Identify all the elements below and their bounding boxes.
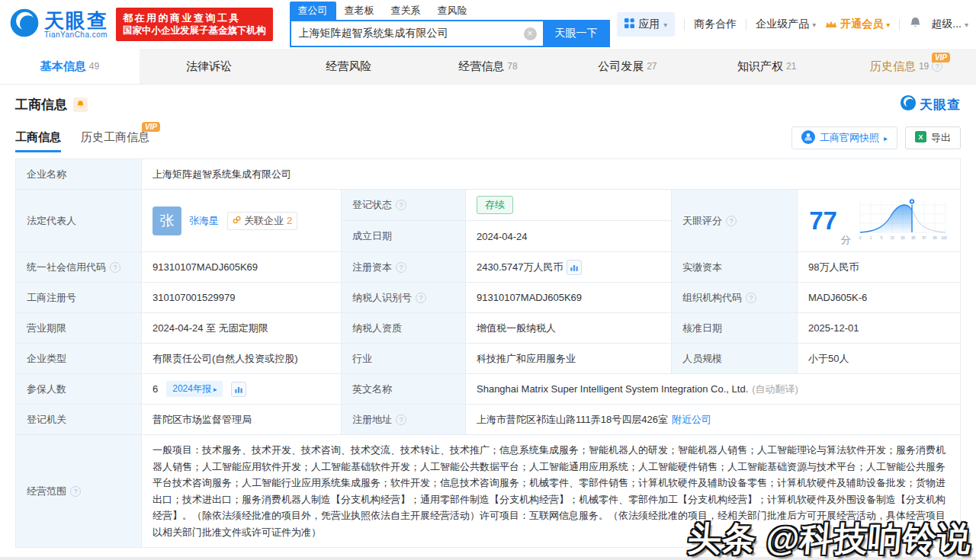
tab-operating-risk[interactable]: 经营风险 xyxy=(279,49,419,84)
top-header: 天眼查 TianYanCha.com 都在用的商业查询工具 国家中小企业发展子基… xyxy=(0,0,976,49)
menu-enterprise[interactable]: 企业级产品 ▾ xyxy=(756,18,816,31)
search-tab-risk[interactable]: 查风险 xyxy=(429,2,476,20)
chevron-down-icon: ▾ xyxy=(886,21,890,29)
search-tab-company[interactable]: 查公司 xyxy=(290,2,336,20)
monitor-bell-icon[interactable] xyxy=(73,98,88,112)
avatar[interactable]: 张 xyxy=(152,206,181,235)
legal-rep-label: 法定代表人 xyxy=(16,190,142,252)
help-icon[interactable]: ? xyxy=(746,293,756,303)
divider xyxy=(899,19,900,30)
insured-label: 参保人数 xyxy=(16,374,142,405)
business-info-table: 企业名称 上海矩阵超智系统集成有限公司 法定代表人 张 张海星 关联企业 2 登 xyxy=(15,158,961,548)
address-label: 注册地址 ? xyxy=(342,405,466,435)
reg-capital-value: 2430.5747万人民币 xyxy=(466,252,672,283)
menu-open-vip[interactable]: 开通会员 ▾ xyxy=(825,18,890,31)
official-snapshot-button[interactable]: 工商官网快照 ▸ xyxy=(791,126,897,149)
score-distribution-chart: 0 1 5 15 50 85 97 99 100 xyxy=(857,196,949,245)
tab-intellectual-property[interactable]: 知识产权 21 xyxy=(697,49,836,84)
tab-legal-lawsuits[interactable]: 法律诉讼 xyxy=(140,49,279,84)
chevron-down-icon: ▾ xyxy=(663,21,667,29)
export-button[interactable]: X 导出 xyxy=(905,126,961,149)
help-icon[interactable]: ? xyxy=(416,293,426,303)
business-term-label: 营业期限 xyxy=(16,313,142,344)
svg-text:97: 97 xyxy=(922,236,926,240)
company-type-label: 企业类型 xyxy=(16,344,142,374)
business-term-value: 2024-04-24 至 无固定期限 xyxy=(142,313,342,344)
section-head: 工商信息 天眼查 xyxy=(15,94,961,114)
main-nav: 基本信息 49 法律诉讼 经营风险 经营信息 78 公司发展 27 知识产权 2… xyxy=(0,49,976,85)
address-value: 上海市普陀区祁连山路111弄18号四层426室 附近公司 xyxy=(466,405,961,435)
insured-count: 6 xyxy=(152,383,158,395)
notification-bell-icon[interactable] xyxy=(909,17,922,32)
clear-icon[interactable]: × xyxy=(524,27,537,40)
brand-name: 天眼查 xyxy=(920,96,961,114)
search-button[interactable]: 天眼一下 xyxy=(543,20,610,47)
tab-label: 知识产权 xyxy=(737,59,783,74)
promo-line1: 都在用的商业查询工具 xyxy=(123,11,266,24)
svg-text:0: 0 xyxy=(859,236,862,240)
search-tab-boss[interactable]: 查老板 xyxy=(336,2,383,20)
nearby-companies-link[interactable]: 附近公司 xyxy=(672,413,711,427)
help-icon[interactable]: ? xyxy=(396,414,406,425)
credit-code-value: 91310107MADJ605K69 xyxy=(142,252,342,283)
menu-account[interactable]: 超级... ▾ xyxy=(931,18,968,31)
chevron-down-icon: ▾ xyxy=(812,21,816,29)
svg-text:99: 99 xyxy=(933,236,937,240)
divider xyxy=(746,19,746,30)
org-code-label: 组织机构代码 ? xyxy=(672,283,798,313)
tab-history-info[interactable]: VIP 历史信息 19 ? xyxy=(836,49,976,84)
search-tabs: 查公司 查老板 查关系 查风险 xyxy=(290,2,610,20)
page-title: 工商信息 xyxy=(15,96,67,114)
score-value: 77 分 xyxy=(798,190,961,252)
tab-company-development[interactable]: 公司发展 27 xyxy=(557,49,697,84)
industry-label: 行业 xyxy=(342,344,466,374)
svg-text:1: 1 xyxy=(870,236,872,240)
help-icon[interactable]: ? xyxy=(396,262,406,273)
help-icon[interactable]: ? xyxy=(110,262,120,273)
promo-banner: 都在用的商业查询工具 国家中小企业发展子基金旗下机构 xyxy=(116,8,273,41)
search-input[interactable] xyxy=(290,20,543,47)
insured-trend-chart-icon[interactable] xyxy=(231,382,246,397)
help-icon[interactable]: ? xyxy=(396,200,406,210)
subtab-business-info[interactable]: 工商信息 xyxy=(15,130,61,152)
search-tab-relation[interactable]: 查关系 xyxy=(383,2,429,20)
tab-count: 49 xyxy=(89,61,99,72)
est-date-label: 成立日期 xyxy=(342,221,466,252)
snapshot-label: 工商官网快照 xyxy=(820,131,879,145)
related-link-icon xyxy=(233,215,241,226)
vip-badge: VIP xyxy=(932,53,950,62)
reg-number-label: 工商注册号 xyxy=(16,283,142,313)
related-companies-badge[interactable]: 关联企业 2 xyxy=(227,212,297,230)
capital-trend-chart-icon[interactable] xyxy=(567,260,582,275)
tab-operating-info[interactable]: 经营信息 78 xyxy=(419,49,558,84)
tab-label: 经营风险 xyxy=(326,59,371,74)
annual-report-badge[interactable]: 2024年报 ▸ xyxy=(166,381,223,397)
help-icon[interactable]: ? xyxy=(932,61,942,72)
company-type-value: 有限责任公司(自然人投资或控股) xyxy=(142,344,342,374)
tianyancha-logo[interactable]: 天眼查 TianYanCha.com xyxy=(9,8,108,41)
tab-label: 基本信息 xyxy=(40,59,86,74)
taxpayer-quality-label: 纳税人资质 xyxy=(342,313,466,344)
chevron-down-icon: ▾ xyxy=(965,21,968,29)
menu-cooperation[interactable]: 商务合作 xyxy=(694,18,737,31)
tab-basic-info[interactable]: 基本信息 49 xyxy=(0,49,140,84)
subtab-history-business-info[interactable]: VIP 历史工商信息 xyxy=(81,130,149,152)
excel-icon: X xyxy=(915,131,926,145)
english-name-value: Shanghai Matrix Super Intelligent System… xyxy=(466,374,961,405)
business-scope-label: 经营范围 ? xyxy=(16,435,142,548)
staff-size-value: 小于50人 xyxy=(798,344,961,374)
paid-capital-label: 实缴资本 xyxy=(672,252,798,283)
legal-rep-value: 张 张海星 关联企业 2 xyxy=(142,190,342,252)
open-vip-label: 开通会员 xyxy=(840,18,883,31)
reg-capital-label: 注册资本 ? xyxy=(342,252,466,283)
legal-rep-name-link[interactable]: 张海星 xyxy=(189,214,219,228)
score-number: 77 xyxy=(809,208,837,233)
apps-menu[interactable]: 应用 ▾ xyxy=(617,12,675,37)
top-menu: 应用 ▾ 商务合作 企业级产品 ▾ 开通会员 ▾ xyxy=(617,12,968,37)
subtab-label: 历史工商信息 xyxy=(81,130,149,143)
divider xyxy=(684,19,685,30)
help-icon[interactable]: ? xyxy=(726,216,737,226)
credit-code-label: 统一社会信用代码 ? xyxy=(16,252,142,283)
help-icon[interactable]: ? xyxy=(70,486,81,497)
account-label: 超级... xyxy=(931,18,962,31)
